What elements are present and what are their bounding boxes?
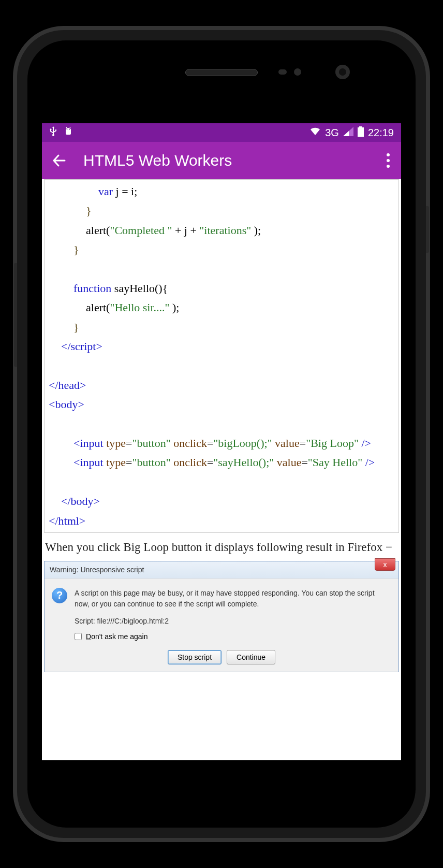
dialog-title-bar: Warning: Unresponsive script x (45, 561, 398, 578)
svg-rect-3 (359, 126, 362, 127)
status-bar: 3G 22:19 (42, 123, 401, 142)
battery-icon (358, 126, 364, 139)
dont-ask-checkbox-input[interactable] (75, 633, 82, 640)
dialog-title: Warning: Unresponsive script (50, 566, 144, 574)
volume-button (14, 263, 17, 367)
speaker (185, 69, 258, 76)
front-camera (335, 65, 350, 79)
svg-point-0 (67, 128, 68, 129)
warning-dialog: Warning: Unresponsive script x ? A scrip… (44, 561, 399, 672)
question-icon: ? (52, 588, 67, 603)
wifi-icon (309, 127, 321, 139)
svg-rect-2 (358, 127, 364, 137)
stop-script-button[interactable]: Stop script (168, 650, 222, 664)
sensor (294, 68, 301, 76)
phone-inner: 3G 22:19 HTML5 Web Workers (27, 40, 416, 828)
svg-point-1 (69, 128, 70, 129)
dont-ask-label: Don't ask me again (86, 632, 147, 641)
app-bar: HTML5 Web Workers (42, 142, 401, 179)
more-menu-icon[interactable] (381, 148, 392, 173)
power-button (426, 206, 429, 253)
code-block: var j = i; } alert("Completed " + j + "i… (44, 179, 399, 533)
sensor (278, 69, 287, 75)
signal-icon (343, 127, 353, 139)
network-label: 3G (325, 127, 339, 139)
android-debug-icon (64, 127, 73, 139)
dialog-close-button[interactable]: x (375, 558, 395, 571)
usb-icon (49, 126, 57, 139)
dialog-script-path: Script: file:///C:/bigloop.html:2 (75, 617, 391, 625)
screen: 3G 22:19 HTML5 Web Workers (42, 123, 401, 760)
clock-label: 22:19 (368, 127, 394, 139)
page-title: HTML5 Web Workers (83, 152, 381, 169)
back-arrow-icon[interactable] (51, 153, 66, 168)
continue-button[interactable]: Continue (227, 650, 275, 664)
description-text: When you click Big Loop button it displa… (42, 533, 401, 561)
content-area[interactable]: var j = i; } alert("Completed " + j + "i… (42, 179, 401, 760)
phone-frame: 3G 22:19 HTML5 Web Workers (17, 30, 426, 838)
dialog-message: A script on this page may be busy, or it… (75, 588, 391, 610)
dont-ask-checkbox[interactable]: Don't ask me again (75, 632, 391, 641)
